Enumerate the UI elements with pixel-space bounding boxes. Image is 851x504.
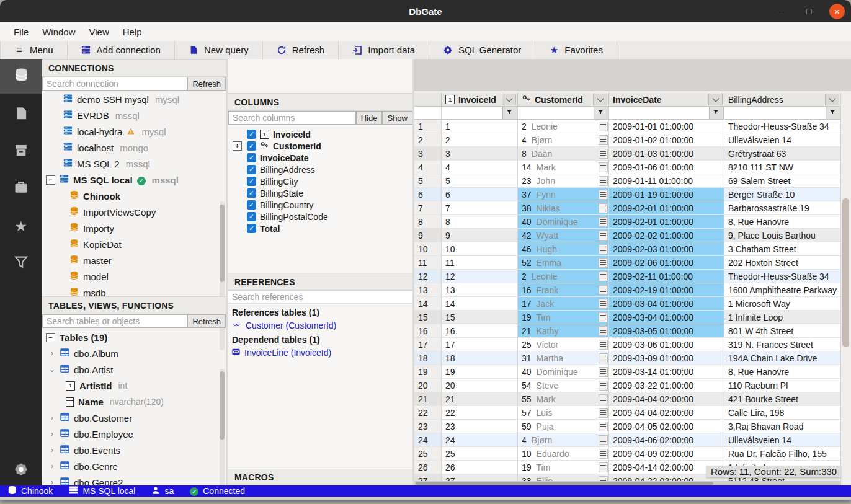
cell-billingaddress[interactable]: 3,Raj Bhavan Road <box>724 420 841 433</box>
cell-customerid[interactable]: 21Kathy <box>518 324 609 338</box>
row-number[interactable]: 2 <box>414 133 442 147</box>
filter-input-InvoiceDate[interactable] <box>609 108 709 118</box>
cell-invoicedate[interactable]: 2009-03-09 01:00:00 <box>609 351 724 365</box>
database-model[interactable]: model <box>42 268 226 285</box>
detail-document-icon[interactable] <box>599 285 608 295</box>
cell-billingaddress[interactable]: Ullevålsveien 14 <box>724 133 841 147</box>
toolbar-refresh-button[interactable]: Refresh <box>263 41 339 59</box>
cell-invoiceid[interactable]: 19 <box>442 365 518 379</box>
detail-document-icon[interactable] <box>599 258 608 268</box>
reference-link[interactable]: Customer (CustomerId) <box>228 319 412 332</box>
reference-link[interactable]: InvoiceLine (InvoiceId) <box>228 346 412 360</box>
row-number[interactable]: 10 <box>414 242 442 256</box>
cell-invoiceid[interactable]: 22 <box>442 406 518 420</box>
column-ArtistId[interactable]: 1ArtistIdint <box>42 378 226 394</box>
cell-invoiceid[interactable]: 2 <box>442 133 518 147</box>
cell-invoiceid[interactable]: 8 <box>442 215 518 229</box>
detail-document-icon[interactable] <box>599 394 608 404</box>
cell-invoicedate[interactable]: 2009-03-06 01:00:00 <box>609 338 724 351</box>
cell-invoiceid[interactable]: 5 <box>442 174 518 188</box>
cell-billingaddress[interactable]: 8, Rue Hanovre <box>724 215 841 229</box>
row-number[interactable]: 9 <box>414 229 442 242</box>
column-toggle-BillingCity[interactable]: ✓ BillingCity <box>228 175 412 187</box>
cell-invoicedate[interactable]: 2009-01-03 01:00:00 <box>609 147 724 161</box>
cell-billingaddress[interactable]: Ullevålsveien 14 <box>724 433 841 447</box>
cell-invoicedate[interactable]: 2009-01-02 01:00:00 <box>609 133 724 147</box>
checkbox-checked[interactable]: ✓ <box>247 188 256 198</box>
detail-document-icon[interactable] <box>599 299 608 309</box>
toolbar-new-query-button[interactable]: New query <box>175 41 263 59</box>
detail-document-icon[interactable] <box>599 340 608 350</box>
connection-local-hydra[interactable]: local-hydra mysql <box>42 123 226 139</box>
row-number[interactable]: 20 <box>414 379 442 392</box>
detail-document-icon[interactable] <box>599 462 608 472</box>
column-toggle-BillingAddress[interactable]: ✓ BillingAddress <box>228 164 412 175</box>
cell-invoicedate[interactable]: 2009-02-19 01:00:00 <box>609 283 724 297</box>
row-number[interactable]: 3 <box>414 147 442 161</box>
grid-horizontal-scrollbar[interactable] <box>414 481 841 485</box>
column-toggle-BillingPostalCode[interactable]: ✓ BillingPostalCode <box>228 211 412 223</box>
menu-file[interactable]: File <box>7 25 35 39</box>
database-ImportViewsCopy[interactable]: ImportViewsCopy <box>42 204 226 220</box>
funnel-icon[interactable] <box>502 107 517 120</box>
menu-window[interactable]: Window <box>36 25 81 39</box>
cell-invoicedate[interactable]: 2009-03-05 01:00:00 <box>609 324 724 338</box>
rail-file-icon[interactable] <box>0 97 42 132</box>
cell-billingaddress[interactable]: Rua Dr. Falcão Filho, 155 <box>724 447 841 461</box>
checkbox-checked[interactable]: ✓ <box>247 165 256 174</box>
toolbar-favorites-button[interactable]: ★ Favorites <box>535 41 617 59</box>
chevron-right-icon[interactable]: › <box>48 446 56 454</box>
cell-invoicedate[interactable]: 2009-01-19 01:00:00 <box>609 188 724 201</box>
cell-invoiceid[interactable]: 17 <box>442 338 518 351</box>
cell-invoiceid[interactable]: 26 <box>442 461 518 474</box>
cell-invoicedate[interactable]: 2009-04-09 02:00:00 <box>609 447 724 461</box>
detail-document-icon[interactable] <box>599 135 608 145</box>
row-number[interactable]: 4 <box>414 161 442 174</box>
search-references-input[interactable] <box>228 291 412 304</box>
cell-invoiceid[interactable]: 12 <box>442 270 518 283</box>
column-toggle-BillingCountry[interactable]: ✓ BillingCountry <box>228 199 412 211</box>
column-menu-chevron-icon[interactable] <box>708 94 723 105</box>
toolbar-menu-button[interactable]: ≡ Menu <box>0 41 68 59</box>
cell-customerid[interactable]: 14Mark <box>518 161 609 174</box>
cell-invoiceid[interactable]: 6 <box>442 188 518 201</box>
filter-input-BillingAddress[interactable] <box>724 108 826 118</box>
cell-invoicedate[interactable]: 2009-04-05 02:00:00 <box>609 420 724 433</box>
rail-settings-gear-icon[interactable] <box>0 453 42 488</box>
row-number[interactable]: 25 <box>414 447 442 461</box>
row-number[interactable]: 24 <box>414 433 442 447</box>
cell-customerid[interactable]: 37Fynn <box>518 188 609 201</box>
connection-EVRDB[interactable]: EVRDB mssql <box>42 107 226 123</box>
show-columns-button[interactable]: Show <box>382 111 412 125</box>
rail-database-icon[interactable] <box>0 59 42 94</box>
table-dbo.Customer[interactable]: › dbo.Customer <box>42 410 226 426</box>
connections-refresh-button[interactable]: Refresh <box>187 77 226 91</box>
chevron-right-icon[interactable]: › <box>48 462 56 471</box>
column-toggle-BillingState[interactable]: ✓ BillingState <box>228 187 412 199</box>
column-toggle-Total[interactable]: ✓ Total <box>228 223 412 234</box>
detail-document-icon[interactable] <box>599 408 608 418</box>
column-menu-chevron-icon[interactable] <box>502 94 516 105</box>
grid-filter-InvoiceDate[interactable] <box>609 107 724 120</box>
table-dbo.Genre2[interactable]: › dbo.Genre2 <box>42 474 226 485</box>
detail-document-icon[interactable] <box>599 326 608 336</box>
cell-billingaddress[interactable]: 110 Raeburn Pl <box>724 379 841 392</box>
cell-customerid[interactable]: 16Frank <box>518 283 609 297</box>
cell-customerid[interactable]: 19Tim <box>518 311 609 324</box>
connection-MS-SQL-2[interactable]: MS SQL 2 mssql <box>42 156 226 172</box>
statusbar-ms-sql-local[interactable]: MS SQL local <box>69 485 135 497</box>
row-number[interactable]: 12 <box>414 270 442 283</box>
cell-customerid[interactable]: 42Wyatt <box>518 229 609 242</box>
chevron-right-icon[interactable]: › <box>48 430 56 438</box>
row-number[interactable]: 18 <box>414 351 442 365</box>
cell-customerid[interactable]: 2Leonie <box>518 120 609 133</box>
cell-customerid[interactable]: 4Bjørn <box>518 433 609 447</box>
detail-document-icon[interactable] <box>599 149 608 159</box>
cell-invoicedate[interactable]: 2009-01-11 01:00:00 <box>609 174 724 188</box>
cell-billingaddress[interactable]: Barbarossastraße 19 <box>724 201 841 215</box>
row-number[interactable]: 6 <box>414 188 442 201</box>
cell-invoicedate[interactable]: 2009-03-14 01:00:00 <box>609 365 724 379</box>
grid-filter-CustomerId[interactable] <box>518 107 609 120</box>
cell-invoicedate[interactable]: 2009-02-11 01:00:00 <box>609 270 724 283</box>
cell-billingaddress[interactable]: Berger Straße 10 <box>724 188 841 201</box>
